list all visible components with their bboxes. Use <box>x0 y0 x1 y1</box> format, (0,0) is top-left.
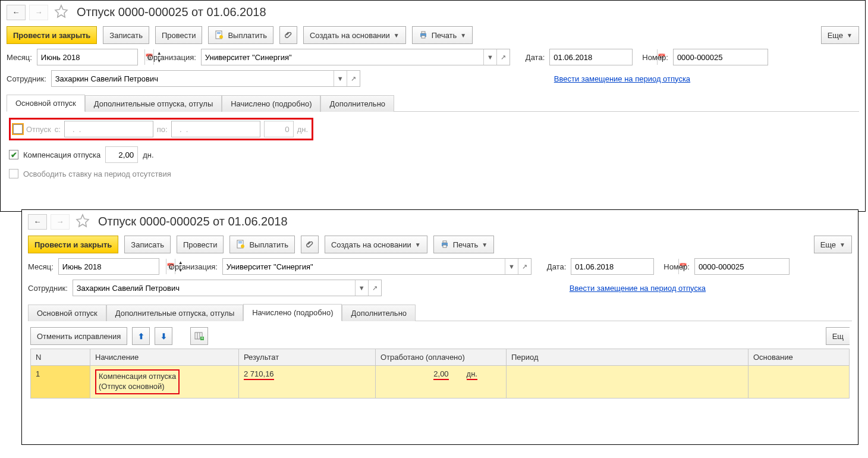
tab-accrued[interactable]: Начислено (подробно) <box>243 304 342 321</box>
tab-additional[interactable]: Дополнительные отпуска, отгулы <box>106 305 244 321</box>
col-basis[interactable]: Основание <box>749 349 850 366</box>
number-field[interactable] <box>694 258 790 275</box>
chevron-down-icon[interactable]: ▼ <box>334 71 347 86</box>
org-label: Организация: <box>147 53 196 62</box>
paperclip-icon <box>284 30 293 40</box>
create-based-on-button[interactable]: Создать на основании▼ <box>303 26 406 44</box>
printer-icon <box>419 30 428 40</box>
svg-rect-13 <box>443 245 446 247</box>
tab-extra[interactable]: Дополнительно <box>342 305 416 321</box>
nav-forward-button[interactable]: → <box>29 5 48 20</box>
compensation-days-field[interactable] <box>105 146 138 163</box>
document-icon <box>215 30 224 40</box>
vacation-checkbox[interactable] <box>13 124 23 134</box>
chevron-down-icon[interactable]: ▼ <box>355 280 368 296</box>
table-row[interactable]: 1 Компенсация отпуска (Отпуск основной) … <box>31 366 850 399</box>
more-button-cut[interactable]: Ещ <box>826 327 850 345</box>
tabs: Основной отпуск Дополнительные отпуска, … <box>7 94 859 112</box>
compensation-checkbox[interactable]: ✔ <box>9 150 18 159</box>
printer-icon <box>440 240 449 249</box>
date-from-field[interactable]: 📅 <box>64 121 153 137</box>
paperclip-icon <box>305 240 315 249</box>
substitute-link[interactable]: Ввести замещение на период отпуска <box>554 74 690 83</box>
release-rate-checkbox[interactable] <box>9 169 18 178</box>
date-field[interactable]: 📅 <box>549 49 633 65</box>
process-button[interactable]: Провести <box>155 26 203 44</box>
move-down-button[interactable]: ⬇ <box>155 327 172 345</box>
chevron-down-icon: ▼ <box>460 32 466 39</box>
cell-accrual: Компенсация отпуска (Отпуск основной) <box>90 366 239 399</box>
col-result[interactable]: Результат <box>239 349 376 366</box>
number-label: Номер: <box>663 262 690 271</box>
vacation-label: Отпуск <box>26 125 51 134</box>
favorite-star-icon[interactable] <box>52 4 71 20</box>
pay-button[interactable]: Выплатить <box>229 236 295 253</box>
process-and-close-button[interactable]: Провести и закрыть <box>7 26 97 44</box>
month-label: Месяц: <box>28 262 54 271</box>
col-n[interactable]: N <box>31 349 90 366</box>
chevron-down-icon: ▼ <box>847 32 853 39</box>
org-field[interactable]: ▼ ↗ <box>222 258 532 275</box>
pay-button[interactable]: Выплатить <box>208 26 273 44</box>
month-field[interactable]: 📅 ▲▼ <box>37 49 138 65</box>
svg-rect-1 <box>217 32 221 33</box>
open-icon[interactable]: ↗ <box>496 49 510 65</box>
process-and-close-button[interactable]: Провести и закрыть <box>28 236 118 253</box>
col-accrual[interactable]: Начисление <box>90 349 239 366</box>
date-field[interactable]: 📅 <box>571 258 654 275</box>
save-button[interactable]: Записать <box>103 26 149 44</box>
svg-text:+: + <box>201 336 203 340</box>
arrow-down-icon: ⬇ <box>161 332 167 341</box>
document-icon <box>236 240 246 249</box>
svg-rect-9 <box>238 243 242 243</box>
print-button[interactable]: Печать▼ <box>433 236 495 253</box>
nav-forward-button[interactable]: → <box>51 214 70 230</box>
employee-field[interactable]: ▼ ↗ <box>51 70 360 87</box>
cancel-corrections-button[interactable]: Отменить исправления <box>30 327 127 345</box>
date-to-field[interactable]: 📅 <box>171 121 260 137</box>
table-header-row: N Начисление Результат Отработано (оплач… <box>31 349 850 366</box>
open-icon[interactable]: ↗ <box>368 280 381 296</box>
vacation-dates-highlight: Отпуск c: 📅 по: 📅 дн. <box>9 118 313 140</box>
tab-main-vacation[interactable]: Основной отпуск <box>7 95 85 112</box>
substitute-link[interactable]: Ввести замещение на период отпуска <box>570 284 706 293</box>
nav-back-button[interactable]: ← <box>28 214 47 230</box>
open-icon[interactable]: ↗ <box>518 259 531 274</box>
more-button[interactable]: Еще▼ <box>814 236 852 253</box>
save-button[interactable]: Записать <box>124 236 171 253</box>
employee-field[interactable]: ▼ ↗ <box>73 280 382 296</box>
chevron-down-icon: ▼ <box>394 32 400 39</box>
chevron-down-icon[interactable]: ▼ <box>483 49 496 65</box>
create-based-on-button[interactable]: Создать на основании▼ <box>325 236 427 253</box>
month-field[interactable]: 📅 ▲▼ <box>58 258 159 275</box>
chevron-down-icon: ▼ <box>482 241 488 248</box>
attach-button[interactable] <box>279 26 297 44</box>
cell-result: 2 710,16 <box>239 366 376 399</box>
process-button[interactable]: Провести <box>177 236 224 253</box>
attach-button[interactable] <box>301 236 319 253</box>
tab-accrued[interactable]: Начислено (подробно) <box>222 95 320 112</box>
cell-worked: 2,00 дн. <box>376 366 507 399</box>
number-field[interactable] <box>673 49 768 65</box>
favorite-star-icon[interactable] <box>73 214 92 230</box>
chevron-down-icon[interactable]: ▼ <box>505 259 518 274</box>
accruals-table: N Начисление Результат Отработано (оплач… <box>30 349 850 399</box>
compensation-label: Компенсация отпуска <box>23 150 100 159</box>
tab-additional[interactable]: Дополнительные отпуска, отгулы <box>85 95 222 112</box>
days-field[interactable] <box>264 121 294 137</box>
org-label: Организация: <box>169 262 218 271</box>
cell-period <box>507 366 749 399</box>
org-field[interactable]: ▼ ↗ <box>201 49 510 65</box>
tab-extra[interactable]: Дополнительно <box>320 95 394 112</box>
more-button[interactable]: Еще▼ <box>821 26 859 44</box>
print-button[interactable]: Печать▼ <box>412 26 473 44</box>
tab-main-vacation[interactable]: Основной отпуск <box>28 305 106 321</box>
open-icon[interactable]: ↗ <box>347 71 360 86</box>
nav-back-button[interactable]: ← <box>7 5 26 20</box>
col-worked[interactable]: Отработано (оплачено) <box>376 349 507 366</box>
columns-config-button[interactable]: + <box>190 327 208 345</box>
move-up-button[interactable]: ⬆ <box>132 327 150 345</box>
number-label: Номер: <box>642 53 668 62</box>
col-period[interactable]: Период <box>507 349 749 366</box>
month-label: Месяц: <box>7 53 32 62</box>
